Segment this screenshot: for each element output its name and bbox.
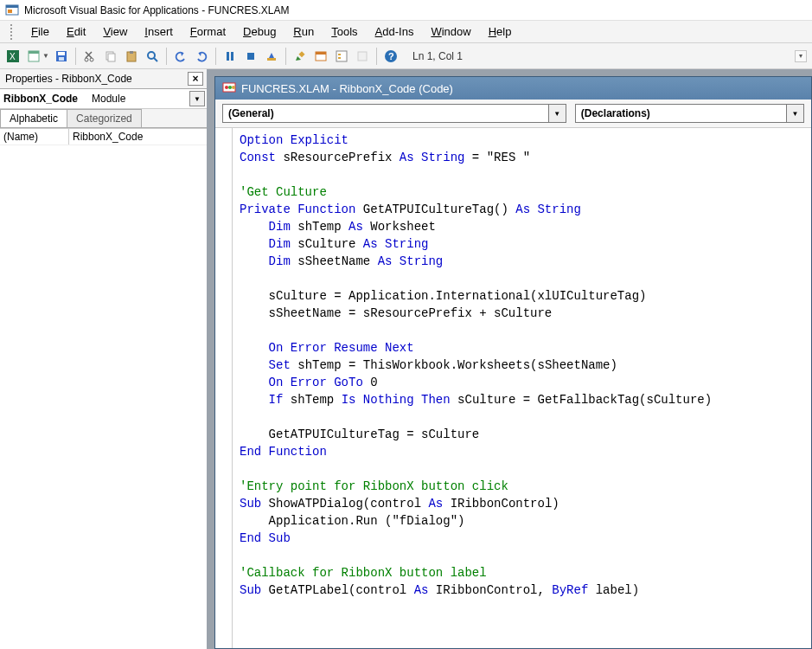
- titlebar: Microsoft Visual Basic for Applications …: [0, 0, 812, 21]
- svg-point-33: [228, 86, 232, 89]
- menu-window[interactable]: Window: [422, 23, 479, 40]
- properties-pane: Properties - RibbonX_Code × RibbonX_Code…: [0, 69, 208, 649]
- main-area: Properties - RibbonX_Code × RibbonX_Code…: [0, 69, 812, 649]
- svg-rect-6: [29, 51, 39, 54]
- svg-point-16: [148, 52, 155, 59]
- properties-object-type: Module: [88, 93, 189, 105]
- property-row[interactable]: (Name) RibbonX_Code: [0, 129, 207, 145]
- menu-debug[interactable]: Debug: [234, 23, 285, 40]
- properties-tabs: Alphabetic Categorized: [0, 109, 207, 128]
- svg-text:X: X: [10, 52, 16, 61]
- find-icon[interactable]: [143, 47, 162, 66]
- menu-view[interactable]: View: [94, 23, 136, 40]
- vba-app-icon: [5, 3, 19, 17]
- procedure-combo[interactable]: (Declarations) ▼: [575, 104, 804, 123]
- menu-run[interactable]: Run: [285, 23, 323, 40]
- menubar-grip[interactable]: [10, 24, 14, 40]
- reset-icon[interactable]: [262, 47, 281, 66]
- break-icon[interactable]: [241, 47, 260, 66]
- menu-tools[interactable]: Tools: [323, 23, 366, 40]
- tab-alphabetic[interactable]: Alphabetic: [0, 109, 67, 127]
- properties-title-text: Properties - RibbonX_Code: [5, 73, 132, 85]
- svg-rect-15: [130, 51, 133, 54]
- svg-point-10: [85, 58, 88, 61]
- svg-text:?: ?: [388, 51, 394, 61]
- menu-file[interactable]: File: [22, 23, 58, 40]
- menu-edit[interactable]: Edit: [58, 23, 94, 40]
- code-window-title: FUNCRES.XLAM - RibbonX_Code (Code): [241, 82, 453, 95]
- object-combo-value: (General): [228, 107, 274, 119]
- svg-rect-1: [6, 5, 18, 8]
- window-title: Microsoft Visual Basic for Applications …: [24, 4, 290, 16]
- mdi-area: FUNCRES.XLAM - RibbonX_Code (Code) (Gene…: [208, 69, 812, 649]
- svg-rect-25: [336, 51, 347, 61]
- properties-close-button[interactable]: ×: [188, 72, 203, 86]
- undo-icon[interactable]: [171, 47, 190, 66]
- properties-grid: (Name) RibbonX_Code: [0, 128, 207, 649]
- code-titlebar[interactable]: FUNCRES.XLAM - RibbonX_Code (Code): [215, 77, 811, 100]
- svg-point-34: [232, 86, 235, 89]
- procedure-combo-value: (Declarations): [581, 107, 650, 119]
- module-icon: [222, 80, 236, 97]
- svg-rect-19: [231, 52, 233, 61]
- chevron-down-icon[interactable]: ▼: [786, 105, 803, 122]
- design-mode-icon[interactable]: [291, 47, 310, 66]
- svg-rect-27: [338, 57, 341, 59]
- help-icon[interactable]: ?: [381, 47, 400, 66]
- chevron-down-icon[interactable]: ▼: [548, 105, 566, 122]
- svg-point-32: [225, 86, 228, 89]
- excel-icon[interactable]: X: [3, 47, 22, 66]
- properties-titlebar: Properties - RibbonX_Code ×: [0, 69, 207, 89]
- menu-addins[interactable]: Add-Ins: [367, 23, 423, 40]
- properties-object-name: RibbonX_Code: [2, 93, 88, 105]
- project-explorer-icon[interactable]: [311, 47, 330, 66]
- cut-icon[interactable]: [80, 47, 99, 66]
- properties-object-combo[interactable]: RibbonX_Code Module ▼: [0, 89, 207, 109]
- menu-format[interactable]: Format: [182, 23, 234, 40]
- properties-window-icon[interactable]: [332, 47, 351, 66]
- svg-rect-13: [108, 54, 115, 61]
- svg-rect-9: [59, 57, 64, 61]
- property-value[interactable]: RibbonX_Code: [69, 129, 207, 145]
- paste-icon[interactable]: [122, 47, 141, 66]
- svg-rect-22: [298, 51, 304, 57]
- svg-line-17: [154, 58, 157, 61]
- redo-icon[interactable]: [192, 47, 211, 66]
- svg-rect-8: [58, 52, 65, 55]
- object-browser-icon[interactable]: [353, 47, 372, 66]
- menubar: FileEditViewInsertFormatDebugRunToolsAdd…: [0, 21, 812, 43]
- chevron-down-icon[interactable]: ▼: [189, 91, 205, 106]
- code-combo-row: (General) ▼ (Declarations) ▼: [215, 100, 811, 128]
- property-key: (Name): [0, 129, 69, 145]
- svg-rect-21: [267, 58, 276, 61]
- code-gutter: [215, 128, 233, 648]
- insert-module-icon[interactable]: [24, 47, 43, 66]
- copy-icon[interactable]: [101, 47, 120, 66]
- object-combo[interactable]: (General) ▼: [222, 104, 566, 123]
- svg-rect-26: [338, 54, 341, 55]
- svg-rect-24: [316, 52, 326, 55]
- toolbar-overflow[interactable]: ▾: [795, 50, 807, 62]
- code-window: FUNCRES.XLAM - RibbonX_Code (Code) (Gene…: [214, 76, 812, 649]
- cursor-position: Ln 1, Col 1: [407, 48, 546, 64]
- menu-insert[interactable]: Insert: [136, 23, 182, 40]
- svg-point-11: [90, 58, 93, 61]
- svg-rect-2: [8, 10, 12, 13]
- tab-categorized[interactable]: Categorized: [67, 109, 142, 127]
- insert-dropdown-arrow[interactable]: ▼: [42, 52, 50, 60]
- toolbar: X ▼: [0, 43, 812, 69]
- save-icon[interactable]: [52, 47, 71, 66]
- menu-help[interactable]: Help: [480, 23, 521, 40]
- svg-rect-28: [358, 52, 367, 61]
- svg-rect-20: [247, 53, 254, 60]
- code-editor[interactable]: Option ExplicitConst sResourcePrefix As …: [233, 128, 811, 648]
- run-icon[interactable]: [221, 47, 240, 66]
- svg-rect-18: [227, 52, 229, 61]
